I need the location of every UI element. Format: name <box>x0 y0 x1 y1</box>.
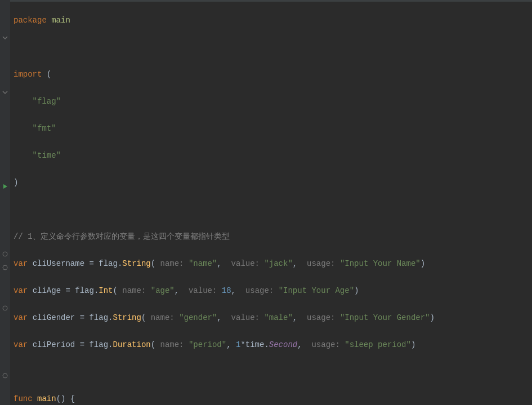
svg-point-1 <box>3 265 7 270</box>
param-hint: name: <box>160 340 184 349</box>
param-hint: name: <box>151 313 175 322</box>
hint-icon[interactable] <box>1 304 9 312</box>
string: "Input Your Age" <box>279 286 354 295</box>
param-hint: usage: <box>311 340 339 349</box>
identifier: cliUsername <box>33 259 84 268</box>
pkg-ref: flag <box>89 340 108 349</box>
string: "jack" <box>264 259 292 268</box>
fold-icon[interactable] <box>1 34 9 42</box>
keyword: func <box>14 394 33 403</box>
string: "period" <box>189 340 226 349</box>
keyword: var <box>14 259 28 268</box>
paren: ( <box>47 70 51 79</box>
op: = <box>75 340 89 349</box>
pkg-ref: flag <box>99 259 118 268</box>
hint-icon[interactable] <box>1 372 9 380</box>
keyword: package <box>14 16 47 25</box>
string: "name" <box>189 259 217 268</box>
dot: . <box>264 340 269 349</box>
keyword: var <box>14 313 28 322</box>
op: = <box>61 286 75 295</box>
keyword: var <box>14 286 28 295</box>
string: "gender" <box>179 313 217 322</box>
op: = <box>84 259 99 268</box>
comment: // 1、定义命令行参数对应的变量，是这四个变量都指针类型 <box>14 232 230 241</box>
func-call: String <box>113 313 141 322</box>
param-hint: usage: <box>307 259 335 268</box>
param-hint: usage: <box>307 313 335 322</box>
func-call: Duration <box>113 340 150 349</box>
field: Second <box>269 340 297 349</box>
string: "Input Your Name" <box>340 259 421 268</box>
param-hint: name: <box>122 286 146 295</box>
package-name: main <box>51 16 70 25</box>
gutter <box>0 0 10 405</box>
param-hint: usage: <box>245 286 274 295</box>
func-call: String <box>122 259 150 268</box>
top-band <box>0 0 532 2</box>
param-hint: value: <box>189 286 217 295</box>
op: = <box>75 313 89 322</box>
identifier: cliPeriod <box>33 340 75 349</box>
svg-point-2 <box>3 306 7 310</box>
fold-icon[interactable] <box>1 88 9 96</box>
string: "sleep period" <box>345 340 411 349</box>
identifier: cliGender <box>33 313 75 322</box>
import-path: "fmt" <box>33 124 56 133</box>
func-name: main <box>37 394 56 403</box>
identifier: cliAge <box>33 286 61 295</box>
keyword: var <box>14 340 28 349</box>
keyword: import <box>14 70 42 79</box>
number: 18 <box>222 286 231 295</box>
hint-icon[interactable] <box>1 250 9 258</box>
code-area[interactable]: package main import ( "flag" "fmt" "time… <box>10 0 532 405</box>
paren: ) <box>14 178 18 187</box>
op: * <box>240 340 245 349</box>
pkg-ref: flag <box>75 286 94 295</box>
svg-point-0 <box>3 252 7 256</box>
pkg-ref: flag <box>89 313 108 322</box>
string: "Input Your Gender" <box>340 313 430 322</box>
hint-icon[interactable] <box>1 264 9 272</box>
brace: { <box>70 394 75 403</box>
param-hint: name: <box>160 259 184 268</box>
import-path: "flag" <box>33 97 61 106</box>
code-editor[interactable]: package main import ( "flag" "fmt" "time… <box>0 0 532 405</box>
func-call: Int <box>99 286 113 295</box>
string: "age" <box>151 286 175 295</box>
svg-point-3 <box>3 373 7 378</box>
import-path: "time" <box>33 151 61 160</box>
param-hint: value: <box>231 313 260 322</box>
param-hint: value: <box>231 259 260 268</box>
pkg-ref: time <box>245 340 265 349</box>
string: "male" <box>264 313 292 322</box>
run-icon[interactable] <box>1 183 9 190</box>
